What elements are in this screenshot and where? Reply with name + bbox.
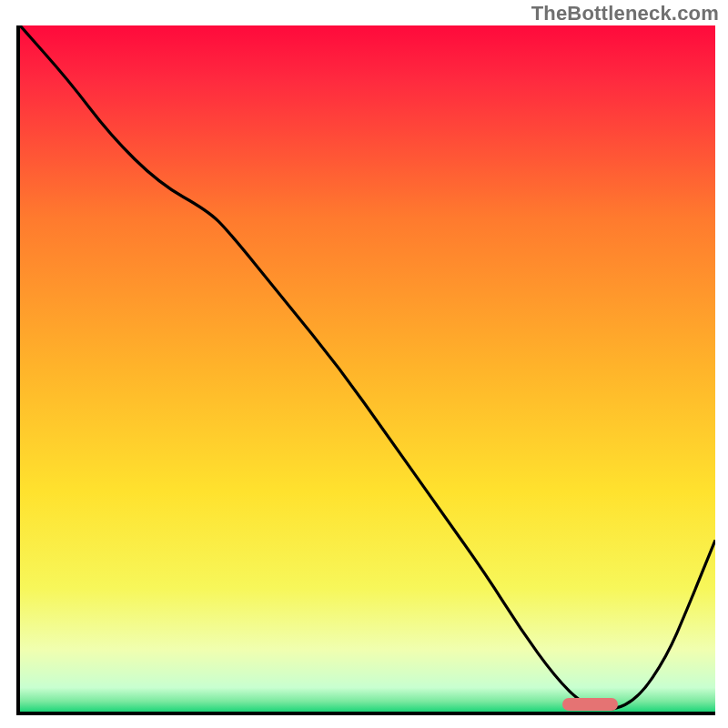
bottleneck-curve-path [20, 25, 715, 709]
chart-container: TheBottleneck.com [0, 0, 728, 728]
optimal-marker [562, 698, 618, 711]
plot-area [16, 25, 715, 715]
bottleneck-curve-svg [20, 25, 715, 712]
watermark-text: TheBottleneck.com [531, 2, 719, 25]
